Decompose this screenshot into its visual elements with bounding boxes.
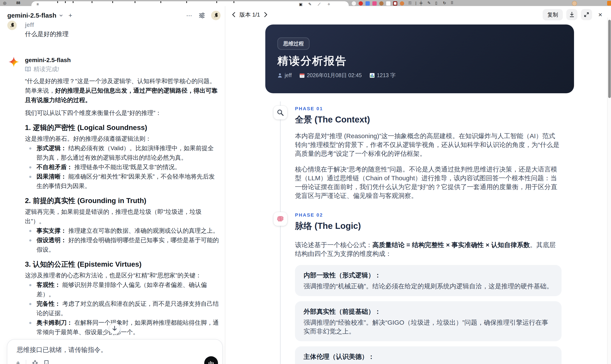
scroll-to-bottom-button[interactable] xyxy=(109,323,120,334)
status-white-icon[interactable] xyxy=(386,1,390,6)
phase-title: 脉络 (The Logic) xyxy=(295,221,561,231)
next-version-button[interactable] xyxy=(264,12,268,17)
expand-icon xyxy=(584,12,589,17)
user-avatar xyxy=(7,21,17,30)
status-orange-icon[interactable] xyxy=(400,1,404,6)
calendar-icon xyxy=(299,73,305,78)
section-desc: 这是推理的基石。好的推理必须遵循逻辑法则： xyxy=(25,134,219,143)
assistant-intro: “什么是好的推理？”这是一个涉及逻辑学、认知科学和哲学核心的问题。简单来说，好的… xyxy=(25,77,219,105)
phase-paragraph: 核心情境在于解决“思考的随意性”问题。不论是人类通过批判性思维进行决策，还是大语… xyxy=(295,165,561,200)
section-desc: 逻辑再完美，如果前提是错误的，推理也是垃圾（即“垃圾进，垃圾出”）。 xyxy=(25,207,219,226)
bookmark-icon[interactable] xyxy=(44,360,49,364)
expand-button[interactable] xyxy=(581,9,592,20)
settings-sliders-icon[interactable] xyxy=(199,13,205,18)
chevron-down-icon[interactable] xyxy=(59,13,63,18)
status-brown-icon[interactable] xyxy=(379,1,384,6)
star-icon[interactable]: ✧ xyxy=(327,2,331,6)
user-message-text: 什么是好的推理 xyxy=(25,29,219,39)
download-button[interactable] xyxy=(566,9,577,20)
book-icon xyxy=(25,67,31,72)
logic-card: 内部一致性（形式逻辑）： 强调推理的“机械正确”。结论必须在给定的规则系统内逻辑… xyxy=(295,265,561,296)
menubar-user-avatar[interactable] xyxy=(572,1,577,6)
phase-title: 全景 (The Context) xyxy=(295,114,561,125)
new-chat-button[interactable]: + xyxy=(68,12,72,19)
status-redbox-icon[interactable] xyxy=(393,1,397,6)
close-panel-button[interactable]: × xyxy=(596,9,605,20)
section-heading: 1. 逻辑的严密性 (Logical Soundness) xyxy=(25,123,219,132)
brain-icon xyxy=(273,212,287,226)
logic-card: 主体伦理（认识美德）： 转向推理者的心理特征。引入奥卡姆剃刀和反向论证，旨在克服… xyxy=(295,346,561,364)
version-nav: 版本 1/1 xyxy=(232,11,268,18)
grid-icon[interactable]: ⠿ xyxy=(451,1,453,5)
user-name: jeff xyxy=(25,21,219,29)
author-meta: jeff xyxy=(277,72,292,78)
phase-paragraph: 本内容是对“推理 (Reasoning)”这一抽象概念的高层建模。在知识爆炸与人… xyxy=(295,131,561,158)
status-pink-icon[interactable] xyxy=(372,1,377,6)
account-avatar[interactable] xyxy=(211,11,221,20)
status-blue-icon[interactable] xyxy=(365,1,370,6)
pen-icon[interactable]: ✎ xyxy=(308,2,312,6)
list-item: 因果清晰： 能准确区分“相关性”和“因果关系”，不会轻率地将先后发生的事情归为因… xyxy=(25,172,219,191)
assistant-lead: 我们可以从以下四个维度来衡量什么是“好的推理”： xyxy=(25,108,219,118)
report-meta: jeff 2026年01月08日 02:45 1213 字 xyxy=(277,72,396,79)
composer-placeholder: 思维接口已就绪，请传输指令。 xyxy=(17,346,107,354)
edge-app-icon[interactable] xyxy=(607,1,611,6)
report-badge: 思维过程 xyxy=(277,37,310,50)
logic-cards: 内部一致性（形式逻辑）： 强调推理的“机械正确”。结论必须在给定的规则系统内逻辑… xyxy=(295,265,561,364)
menu-lines-icon[interactable]: ≡ xyxy=(37,2,39,6)
model-selector[interactable]: gemini-2.5-flash xyxy=(7,12,56,19)
list-item: 完备性： 考虑了对立的观点和潜在的反证，而不是只选择支持自己结论的证据。 xyxy=(25,299,219,318)
refresh-icon[interactable]: ↻ xyxy=(443,1,446,5)
waveform-icon xyxy=(208,361,214,364)
attach-plus-button[interactable]: + xyxy=(16,359,20,364)
divider xyxy=(26,360,26,364)
prompts-diamond-icon[interactable] xyxy=(32,360,38,364)
assistant-name: gemini-2.5-flash xyxy=(25,56,219,65)
person-icon xyxy=(277,73,282,78)
more-options-button[interactable]: ⋯ xyxy=(186,12,193,19)
logic-card: 外部真实性（前提基础）： 强调推理的“经验校准”。解决“GIGO（垃圾进，垃圾出… xyxy=(295,301,561,341)
bar-chart-icon xyxy=(370,73,375,78)
battery-icon[interactable]: ▯ xyxy=(435,1,437,5)
key-icon[interactable]: ⚿ xyxy=(409,1,412,5)
window-tab: ≡ ▣ ✎ ⟋ ✧ xyxy=(31,1,349,6)
chat-panel: gemini-2.5-flash + ⋯ xyxy=(0,6,225,364)
report-title: 精读分析报告 xyxy=(277,54,347,68)
list-item: 假设透明： 好的推理会明确指明哪些是已知事实，哪些是基于可能的假设。 xyxy=(25,235,219,254)
status-red-icon[interactable] xyxy=(359,1,363,6)
status-ghost-icon[interactable] xyxy=(352,1,356,6)
magnifier-icon xyxy=(273,106,287,119)
message-composer[interactable]: 思维接口已就绪，请传输指令。 + xyxy=(7,339,223,364)
assistant-status: 精读完成! xyxy=(25,65,219,74)
app-grid-icon[interactable]: 88 xyxy=(16,1,20,5)
divider-icon: | xyxy=(415,1,416,5)
voice-input-button[interactable] xyxy=(204,356,218,364)
scrollbar-thumb[interactable] xyxy=(608,20,611,98)
prev-version-button[interactable] xyxy=(232,12,236,17)
tab-tool-icon[interactable]: ▣ xyxy=(299,2,303,6)
phase-label: PHASE 02 xyxy=(295,212,561,218)
slash-icon[interactable]: ⟋ xyxy=(318,2,320,6)
scrollbar-track[interactable] xyxy=(607,18,611,364)
target-icon[interactable]: ◎ xyxy=(3,1,6,5)
phase-02: PHASE 02 脉络 (The Logic) 该论述基于一个核心公式：高质量结… xyxy=(273,212,574,364)
section-desc: 这涉及推理者的心态和方法论，也是区分“杠精”和“思想家”的关键： xyxy=(25,271,219,280)
app-window: gemini-2.5-flash + ⋯ xyxy=(0,6,611,364)
report-hero-card: 思维过程 精读分析报告 jeff 2026年01月08日 02:45 1213 … xyxy=(265,25,574,93)
tune-icon[interactable]: ╪ xyxy=(420,1,423,5)
list-item: 不自相矛盾： 推理链条中不能出现“既是又非”的情况。 xyxy=(25,162,219,172)
bullet-list: 事实支撑： 推理建立在可靠的数据、准确的观测或公认的真理之上。 假设透明： 好的… xyxy=(25,226,219,254)
download-icon xyxy=(569,12,574,17)
user-message: jeff 什么是好的推理 xyxy=(7,21,219,39)
date-meta: 2026年01月08日 02:45 xyxy=(299,72,362,79)
gemini-star-icon xyxy=(9,57,19,67)
assistant-message: gemini-2.5-flash 精读完成! “什么是好的推理？”这是一个涉及逻… xyxy=(7,56,221,364)
phase-paragraph: 该论述基于一个核心公式：高质量结论 = 结构完整性 × 事实准确性 × 认知自律… xyxy=(295,240,561,258)
macos-menubar: ◎ 88 ≡ ▣ ✎ ⟋ ✧ ⚿ | ╪ ✎ ▯ ↻ ⠿ xyxy=(0,0,611,6)
screen: ◎ 88 ≡ ▣ ✎ ⟋ ✧ ⚿ | ╪ ✎ ▯ ↻ ⠿ xyxy=(0,0,611,364)
wordcount-meta: 1213 字 xyxy=(370,72,396,79)
list-item: 奥卡姆剃刀： 在解释同一个现象时，如果两种推理都能站得住脚，通常倾向于最简单、假… xyxy=(25,318,219,337)
copy-button[interactable]: 复制 xyxy=(543,9,563,20)
bullet-list: 客观性： 能够识别并尽量排除个人偏见（如幸存者偏差、确认偏差）。 完备性： 考虑… xyxy=(25,280,219,337)
pencil-icon[interactable]: ✎ xyxy=(427,1,431,5)
